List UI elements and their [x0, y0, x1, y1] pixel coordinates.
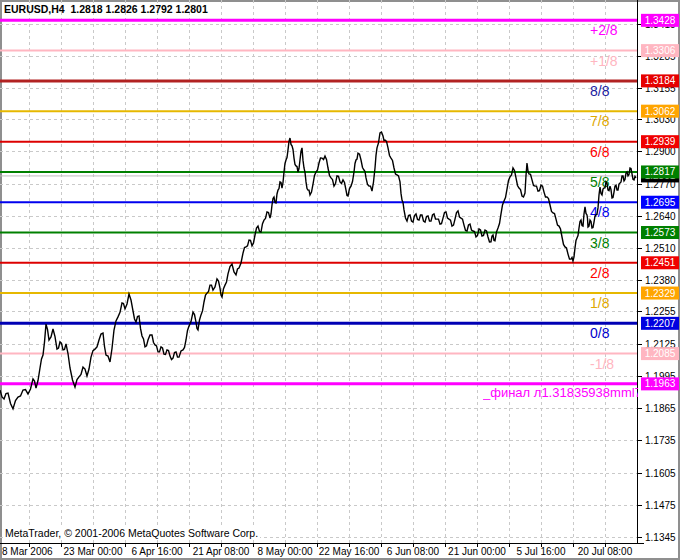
mml-level-label: 3/8 [590, 235, 610, 251]
price-badge-text: 1.3184 [645, 75, 676, 86]
price-badge-text: 1.2329 [645, 288, 676, 299]
price-tick-label: 1.1605 [645, 468, 676, 479]
price-tick-label: 1.1735 [645, 435, 676, 446]
price-badge-text: 1.1963 [645, 378, 676, 389]
time-axis-label: 21 Apr 08:00 [193, 546, 250, 557]
price-tick-label: 1.2640 [645, 211, 676, 222]
mml-level-label: 8/8 [590, 83, 610, 99]
price-badge-text: 1.2695 [645, 197, 676, 208]
mml-level-label: 1/8 [590, 295, 610, 311]
price-tick-label: 1.1865 [645, 403, 676, 414]
price-badge-text: 1.2817 [645, 166, 676, 177]
price-tick-label: 1.1345 [645, 532, 676, 543]
price-tick-label: 1.2255 [645, 306, 676, 317]
time-axis-label: 6 Jun 08:00 [387, 546, 440, 557]
chart-plot-area[interactable]: 1.34151.32851.31551.30301.29001.27701.26… [0, 0, 680, 560]
time-axis-label: 21 Jun 00:00 [448, 546, 506, 557]
price-badge-text: 1.2451 [645, 257, 676, 268]
price-badge-text: 1.2573 [645, 227, 676, 238]
time-axis-label: 22 May 16:00 [319, 546, 380, 557]
mml-level-label: 4/8 [590, 204, 610, 220]
price-badge-text: 1.3062 [645, 106, 676, 117]
price-tick-label: 1.2380 [645, 275, 676, 286]
time-axis-label: 8 Mar 2006 [2, 546, 53, 557]
chart-canvas: 1.34151.32851.31551.30301.29001.27701.26… [0, 0, 680, 560]
mml-level-label: -1/8 [590, 356, 614, 372]
mml-final-annotation: _финал л1.31835938mml7 [483, 385, 638, 400]
price-badge-text: 1.2085 [645, 348, 676, 359]
price-tick-label: 1.2510 [645, 243, 676, 254]
metatrader-chart-window: 1.34151.32851.31551.30301.29001.27701.26… [0, 0, 680, 560]
time-axis-label: 8 May 00:00 [257, 546, 312, 557]
mml-level-label: 0/8 [590, 325, 610, 341]
mml-level-label: 7/8 [590, 113, 610, 129]
time-axis-label: 23 Mar 00:00 [64, 546, 123, 557]
mml-level-label: 6/8 [590, 144, 610, 160]
time-axis-label: 20 Jul 08:00 [578, 546, 633, 557]
mml-level-label: 2/8 [590, 265, 610, 281]
price-tick-label: 1.1475 [645, 500, 676, 511]
time-axis-label: 6 Apr 16:00 [131, 546, 183, 557]
price-badge-text: 1.3428 [645, 15, 676, 26]
chart-symbol-title: EURUSD,H4 1.2818 1.2826 1.2792 1.2801 [4, 3, 208, 15]
metatrader-watermark: MetaTrader, © 2001-2006 MetaQuotes Softw… [3, 527, 260, 539]
time-axis-label: 5 Jul 16:00 [517, 546, 566, 557]
price-badge-text: 1.2207 [645, 318, 676, 329]
mml-level-label: +1/8 [590, 53, 618, 69]
mml-level-label: +2/8 [590, 22, 618, 38]
price-badge-text: 1.3306 [645, 45, 676, 56]
price-badge-text: 1.2939 [645, 136, 676, 147]
